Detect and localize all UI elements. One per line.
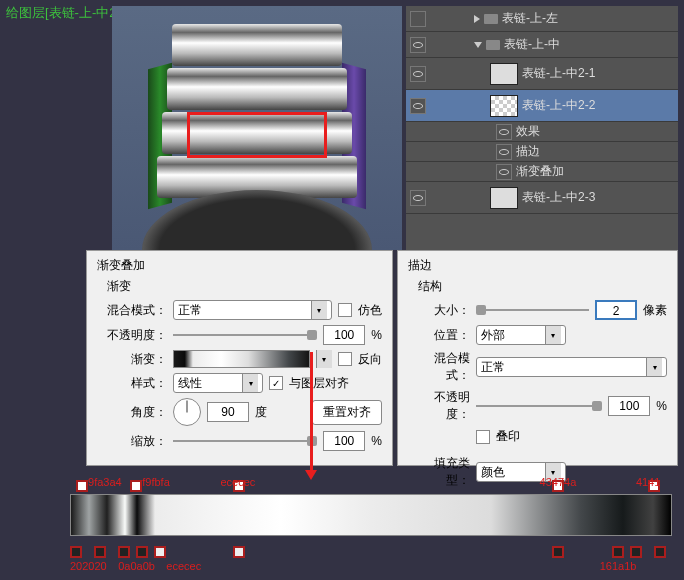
layer-thumbnail: [490, 187, 518, 209]
angle-input[interactable]: 90: [207, 402, 249, 422]
color-value: 43474a: [540, 476, 577, 488]
stroke-dialog: 描边 结构 大小： 2 像素 位置： 外部▾ 混合模式： 正常▾ 不透明度： 1…: [397, 250, 678, 466]
gradient-overlay-dialog: 渐变叠加 渐变 混合模式： 正常▾ 仿色 不透明度： 100 % 渐变： ▾ 反…: [86, 250, 393, 466]
visibility-toggle[interactable]: [410, 37, 426, 53]
opacity-label: 不透明度：: [418, 389, 470, 423]
dialog-subtitle: 渐变: [107, 278, 382, 295]
eye-icon: [499, 149, 509, 155]
layer-name: 表链-上-中2-1: [522, 65, 595, 82]
opacity-label: 不透明度：: [107, 327, 167, 344]
blend-mode-select[interactable]: 正常▾: [173, 300, 332, 320]
visibility-toggle[interactable]: [496, 124, 512, 140]
gradient-stop[interactable]: [654, 546, 666, 558]
position-select[interactable]: 外部▾: [476, 325, 566, 345]
color-value: 0a0a0b: [118, 560, 155, 572]
folder-icon: [486, 40, 500, 50]
annotation-arrow-icon: [310, 352, 313, 472]
color-value: f9fbfa: [142, 476, 170, 488]
gradient-stop[interactable]: [612, 546, 624, 558]
gradient-stop[interactable]: [154, 546, 166, 558]
overprint-label: 叠印: [496, 428, 520, 445]
color-value: 4141: [636, 476, 660, 488]
scale-label: 缩放：: [107, 433, 167, 450]
overprint-checkbox[interactable]: [476, 430, 490, 444]
chevron-down-icon: [474, 42, 482, 48]
eye-icon: [413, 195, 423, 201]
gradient-preview[interactable]: [173, 350, 310, 368]
gradient-stop[interactable]: [630, 546, 642, 558]
gradient-stop[interactable]: [118, 546, 130, 558]
angle-label: 角度：: [107, 404, 167, 421]
canvas-preview: [112, 6, 402, 250]
layer-fx-gradient[interactable]: 渐变叠加: [406, 162, 678, 182]
layer-thumbnail: [490, 95, 518, 117]
layer-name: 表链-上-中: [504, 36, 560, 53]
gradient-stop[interactable]: [130, 480, 142, 492]
dither-label: 仿色: [358, 302, 382, 319]
angle-dial[interactable]: [173, 398, 201, 426]
layer-fx-row[interactable]: 效果: [406, 122, 678, 142]
size-input[interactable]: 2: [595, 300, 637, 320]
style-label: 样式：: [107, 375, 167, 392]
visibility-toggle[interactable]: [410, 11, 426, 27]
fx-name: 渐变叠加: [516, 163, 564, 180]
gradient-bar[interactable]: [70, 494, 672, 536]
opacity-input[interactable]: 100: [323, 325, 365, 345]
visibility-toggle[interactable]: [410, 66, 426, 82]
reset-align-button[interactable]: 重置对齐: [312, 400, 382, 425]
gradient-stop[interactable]: [94, 546, 106, 558]
gradient-stop[interactable]: [233, 546, 245, 558]
eye-icon: [413, 42, 423, 48]
color-value: 161a1b: [600, 560, 637, 572]
layer-name: 表链-上-中2-3: [522, 189, 595, 206]
gradient-stop[interactable]: [136, 546, 148, 558]
fx-label: 效果: [516, 123, 540, 140]
layer-name: 表链-上-左: [502, 10, 558, 27]
style-select[interactable]: 线性▾: [173, 373, 263, 393]
opacity-input[interactable]: 100: [608, 396, 650, 416]
gradient-stop[interactable]: [70, 546, 82, 558]
visibility-toggle[interactable]: [410, 190, 426, 206]
scale-input[interactable]: 100: [323, 431, 365, 451]
reverse-label: 反向: [358, 351, 382, 368]
align-checkbox[interactable]: ✓: [269, 376, 283, 390]
watch-link-1: [172, 24, 342, 66]
color-value: ececec: [221, 476, 256, 488]
dither-checkbox[interactable]: [338, 303, 352, 317]
layer-row[interactable]: 表链-上-中2-3: [406, 182, 678, 214]
gradient-picker-icon[interactable]: ▾: [316, 350, 332, 368]
visibility-toggle[interactable]: [496, 164, 512, 180]
gradient-label: 渐变：: [107, 351, 167, 368]
visibility-toggle[interactable]: [410, 98, 426, 114]
scale-slider[interactable]: [173, 434, 317, 448]
dialog-title: 描边: [408, 257, 667, 274]
layer-thumbnail: [490, 63, 518, 85]
color-value: 9fa3a4: [88, 476, 122, 488]
size-label: 大小：: [418, 302, 470, 319]
reverse-checkbox[interactable]: [338, 352, 352, 366]
align-label: 与图层对齐: [289, 375, 349, 392]
watch-link-2: [167, 68, 347, 110]
layer-group-row[interactable]: 表链-上-左: [406, 6, 678, 32]
blend-mode-select[interactable]: 正常▾: [476, 357, 667, 377]
color-value: ececec: [166, 560, 201, 572]
layer-name: 表链-上-中2-2: [522, 97, 595, 114]
layer-group-row[interactable]: 表链-上-中: [406, 32, 678, 58]
layer-row[interactable]: 表链-上-中2-1: [406, 58, 678, 90]
gradient-editor: 9fa3a4 f9fbfa ececec 43474a 4141 202020 …: [70, 476, 672, 572]
blend-mode-label: 混合模式：: [107, 302, 167, 319]
layer-row-selected[interactable]: 表链-上-中2-2: [406, 90, 678, 122]
opacity-slider[interactable]: [173, 328, 317, 342]
opacity-slider[interactable]: [476, 399, 602, 413]
dialog-title: 渐变叠加: [97, 257, 382, 274]
gradient-stop[interactable]: [76, 480, 88, 492]
eye-icon: [499, 169, 509, 175]
layers-panel: 表链-上-左 表链-上-中 表链-上-中2-1 表链-上-中2-2 效果 描边 …: [406, 6, 678, 250]
layer-fx-stroke[interactable]: 描边: [406, 142, 678, 162]
visibility-toggle[interactable]: [496, 144, 512, 160]
highlight-box: [187, 112, 327, 158]
eye-icon: [499, 129, 509, 135]
size-slider[interactable]: [476, 303, 589, 317]
color-value: 202020: [70, 560, 107, 572]
gradient-stop[interactable]: [552, 546, 564, 558]
